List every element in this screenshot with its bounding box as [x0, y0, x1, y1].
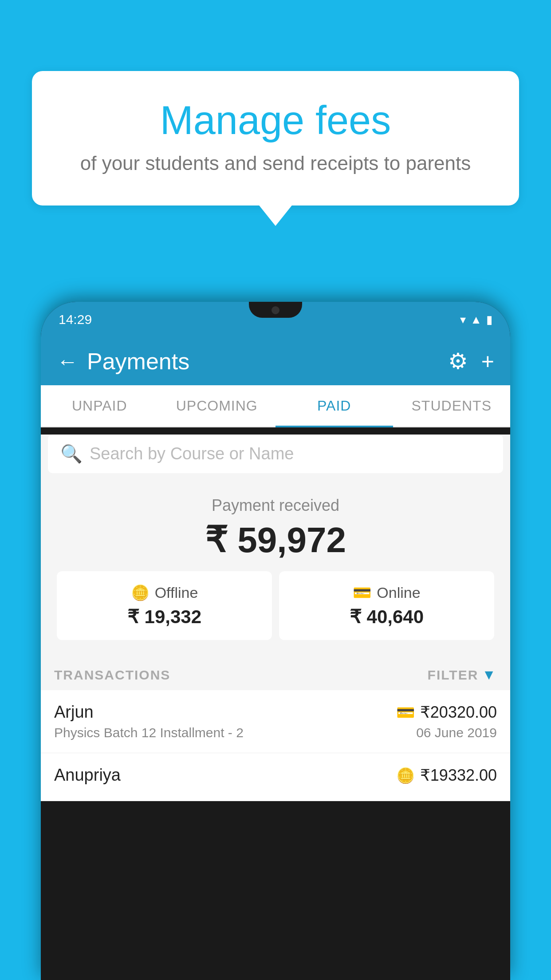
payment-total-amount: ₹ 59,972 [50, 519, 501, 561]
transaction-amount: ₹19332.00 [420, 766, 497, 785]
offline-icon: 🪙 [131, 584, 150, 601]
transaction-amount: ₹20320.00 [420, 703, 497, 722]
online-amount: ₹ 40,640 [288, 606, 485, 628]
transactions-header: TRANSACTIONS FILTER ▼ [41, 658, 510, 690]
filter-button[interactable]: FILTER ▼ [428, 667, 497, 683]
header-left: ← Payments [57, 348, 189, 375]
filter-icon: ▼ [482, 667, 497, 683]
status-time: 14:29 [59, 312, 92, 327]
tab-unpaid[interactable]: UNPAID [41, 385, 158, 427]
phone-mockup: 14:29 ▾ ▲ ▮ ← Payments ⚙ + UNPAID UPCOMI… [41, 302, 510, 980]
tab-upcoming[interactable]: UPCOMING [158, 385, 276, 427]
payment-summary: Payment received ₹ 59,972 🪙 Offline ₹ 19… [41, 480, 510, 658]
signal-icon: ▲ [470, 313, 482, 327]
filter-text: FILTER [428, 668, 479, 683]
status-bar: 14:29 ▾ ▲ ▮ [41, 302, 510, 337]
tabs-bar: UNPAID UPCOMING PAID STUDENTS [41, 385, 510, 427]
transaction-amount-row: 🪙 ₹19332.00 [396, 766, 497, 785]
search-icon: 🔍 [60, 443, 83, 464]
offline-amount: ₹ 19,332 [66, 606, 263, 628]
online-card: 💳 Online ₹ 40,640 [279, 571, 494, 640]
bubble-heading: Manage fees [54, 98, 497, 143]
online-icon: 💳 [353, 584, 371, 601]
status-icons: ▾ ▲ ▮ [460, 313, 492, 327]
app-header: ← Payments ⚙ + [41, 337, 510, 385]
screen-content: 🔍 Search by Course or Name Payment recei… [41, 435, 510, 801]
page-title: Payments [87, 348, 189, 375]
card-type-icon: 💳 [396, 703, 415, 721]
transaction-date: 06 June 2019 [416, 725, 497, 740]
transactions-label: TRANSACTIONS [54, 668, 170, 683]
wifi-icon: ▾ [460, 313, 466, 327]
online-label: Online [377, 584, 420, 601]
search-bar[interactable]: 🔍 Search by Course or Name [48, 435, 503, 473]
camera-notch [272, 306, 279, 314]
card-type-icon: 🪙 [396, 767, 415, 784]
payment-cards-row: 🪙 Offline ₹ 19,332 💳 Online ₹ 40,640 [57, 571, 494, 640]
payment-received-label: Payment received [50, 496, 501, 515]
add-icon[interactable]: + [481, 348, 494, 374]
tab-students[interactable]: STUDENTS [393, 385, 511, 427]
tab-paid[interactable]: PAID [276, 385, 393, 427]
offline-card: 🪙 Offline ₹ 19,332 [57, 571, 272, 640]
table-row[interactable]: Anupriya 🪙 ₹19332.00 [41, 753, 510, 801]
transaction-name: Arjun [54, 703, 94, 722]
settings-icon[interactable]: ⚙ [448, 348, 468, 374]
transaction-amount-row: 💳 ₹20320.00 [396, 703, 497, 722]
offline-label: Offline [155, 584, 198, 601]
search-placeholder: Search by Course or Name [90, 444, 294, 463]
transaction-course: Physics Batch 12 Installment - 2 [54, 725, 244, 740]
transaction-list: Arjun 💳 ₹20320.00 Physics Batch 12 Insta… [41, 690, 510, 801]
battery-icon: ▮ [486, 313, 492, 327]
speech-bubble-card: Manage fees of your students and send re… [32, 71, 519, 205]
table-row[interactable]: Arjun 💳 ₹20320.00 Physics Batch 12 Insta… [41, 690, 510, 753]
back-button[interactable]: ← [57, 349, 78, 374]
header-right: ⚙ + [448, 348, 494, 374]
bubble-subtext: of your students and send receipts to pa… [54, 152, 497, 174]
transaction-name: Anupriya [54, 766, 121, 785]
